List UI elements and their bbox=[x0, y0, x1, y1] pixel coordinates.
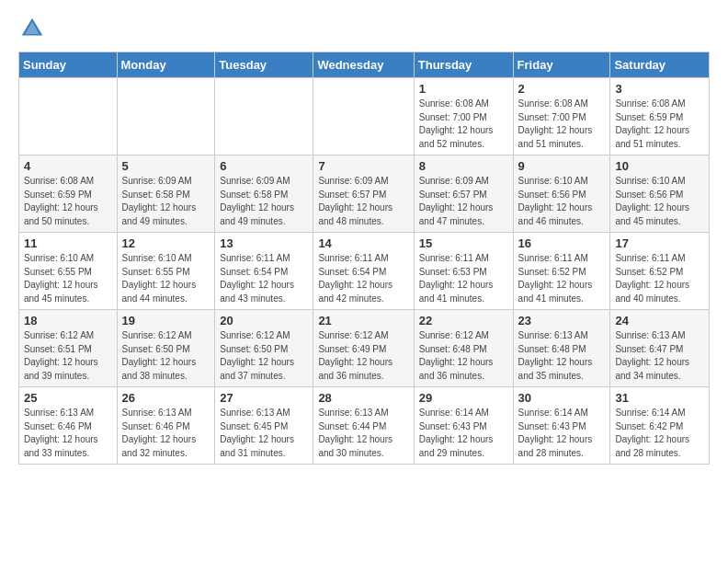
day-number: 2 bbox=[518, 82, 606, 96]
day-info: Sunrise: 6:12 AM Sunset: 6:49 PM Dayligh… bbox=[318, 329, 408, 383]
calendar-cell: 21Sunrise: 6:12 AM Sunset: 6:49 PM Dayli… bbox=[313, 310, 414, 387]
day-info: Sunrise: 6:14 AM Sunset: 6:43 PM Dayligh… bbox=[518, 407, 606, 460]
calendar-cell: 31Sunrise: 6:14 AM Sunset: 6:42 PM Dayli… bbox=[610, 387, 710, 465]
day-number: 31 bbox=[615, 391, 704, 405]
day-number: 7 bbox=[318, 159, 408, 173]
day-info: Sunrise: 6:11 AM Sunset: 6:53 PM Dayligh… bbox=[419, 252, 508, 305]
calendar-cell: 20Sunrise: 6:12 AM Sunset: 6:50 PM Dayli… bbox=[215, 310, 313, 387]
day-number: 8 bbox=[419, 159, 508, 173]
day-number: 23 bbox=[518, 314, 606, 327]
day-info: Sunrise: 6:13 AM Sunset: 6:45 PM Dayligh… bbox=[220, 407, 308, 460]
day-info: Sunrise: 6:13 AM Sunset: 6:44 PM Dayligh… bbox=[318, 407, 408, 460]
calendar-cell: 13Sunrise: 6:11 AM Sunset: 6:54 PM Dayli… bbox=[215, 233, 313, 310]
day-number: 24 bbox=[615, 314, 704, 327]
calendar-cell: 3Sunrise: 6:08 AM Sunset: 6:59 PM Daylig… bbox=[610, 78, 710, 155]
calendar-cell: 23Sunrise: 6:13 AM Sunset: 6:48 PM Dayli… bbox=[513, 310, 610, 387]
calendar-cell: 27Sunrise: 6:13 AM Sunset: 6:45 PM Dayli… bbox=[215, 387, 313, 465]
day-number: 14 bbox=[318, 236, 408, 250]
calendar-cell: 5Sunrise: 6:09 AM Sunset: 6:58 PM Daylig… bbox=[117, 155, 215, 233]
day-number: 20 bbox=[220, 314, 308, 327]
calendar-cell: 29Sunrise: 6:14 AM Sunset: 6:43 PM Dayli… bbox=[414, 387, 513, 465]
day-number: 6 bbox=[220, 159, 308, 173]
calendar-cell: 19Sunrise: 6:12 AM Sunset: 6:50 PM Dayli… bbox=[117, 310, 215, 387]
day-info: Sunrise: 6:09 AM Sunset: 6:57 PM Dayligh… bbox=[419, 175, 508, 228]
day-number: 18 bbox=[24, 314, 112, 327]
day-number: 28 bbox=[318, 391, 408, 405]
week-row-4: 18Sunrise: 6:12 AM Sunset: 6:51 PM Dayli… bbox=[19, 310, 710, 387]
day-info: Sunrise: 6:12 AM Sunset: 6:48 PM Dayligh… bbox=[419, 329, 508, 383]
column-header-tuesday: Tuesday bbox=[215, 52, 313, 78]
column-header-friday: Friday bbox=[513, 52, 610, 78]
day-info: Sunrise: 6:13 AM Sunset: 6:48 PM Dayligh… bbox=[518, 329, 606, 383]
day-number: 25 bbox=[24, 391, 112, 405]
day-info: Sunrise: 6:13 AM Sunset: 6:47 PM Dayligh… bbox=[615, 329, 704, 383]
column-header-saturday: Saturday bbox=[610, 52, 710, 78]
week-row-3: 11Sunrise: 6:10 AM Sunset: 6:55 PM Dayli… bbox=[19, 233, 710, 310]
day-info: Sunrise: 6:11 AM Sunset: 6:52 PM Dayligh… bbox=[615, 252, 704, 305]
day-info: Sunrise: 6:10 AM Sunset: 6:55 PM Dayligh… bbox=[24, 252, 112, 305]
day-info: Sunrise: 6:08 AM Sunset: 6:59 PM Dayligh… bbox=[615, 98, 704, 151]
calendar-header-row: SundayMondayTuesdayWednesdayThursdayFrid… bbox=[19, 52, 710, 78]
day-info: Sunrise: 6:08 AM Sunset: 7:00 PM Dayligh… bbox=[419, 98, 508, 151]
day-info: Sunrise: 6:11 AM Sunset: 6:52 PM Dayligh… bbox=[518, 252, 606, 305]
week-row-2: 4Sunrise: 6:08 AM Sunset: 6:59 PM Daylig… bbox=[19, 155, 710, 233]
day-number: 27 bbox=[220, 391, 308, 405]
day-info: Sunrise: 6:12 AM Sunset: 6:50 PM Dayligh… bbox=[220, 329, 308, 383]
calendar-cell: 17Sunrise: 6:11 AM Sunset: 6:52 PM Dayli… bbox=[610, 233, 710, 310]
day-info: Sunrise: 6:09 AM Sunset: 6:58 PM Dayligh… bbox=[220, 175, 308, 228]
day-info: Sunrise: 6:14 AM Sunset: 6:42 PM Dayligh… bbox=[615, 407, 704, 460]
day-info: Sunrise: 6:10 AM Sunset: 6:56 PM Dayligh… bbox=[518, 175, 606, 228]
logo-icon bbox=[18, 15, 46, 42]
calendar-cell: 4Sunrise: 6:08 AM Sunset: 6:59 PM Daylig… bbox=[19, 155, 118, 233]
week-row-1: 1Sunrise: 6:08 AM Sunset: 7:00 PM Daylig… bbox=[19, 78, 710, 155]
calendar-cell: 2Sunrise: 6:08 AM Sunset: 7:00 PM Daylig… bbox=[513, 78, 610, 155]
calendar-cell: 7Sunrise: 6:09 AM Sunset: 6:57 PM Daylig… bbox=[313, 155, 414, 233]
calendar-cell: 6Sunrise: 6:09 AM Sunset: 6:58 PM Daylig… bbox=[215, 155, 313, 233]
logo bbox=[18, 15, 50, 42]
calendar-cell: 22Sunrise: 6:12 AM Sunset: 6:48 PM Dayli… bbox=[414, 310, 513, 387]
day-info: Sunrise: 6:09 AM Sunset: 6:57 PM Dayligh… bbox=[318, 175, 408, 228]
day-number: 10 bbox=[615, 159, 704, 173]
day-number: 21 bbox=[318, 314, 408, 327]
day-number: 9 bbox=[518, 159, 606, 173]
day-number: 30 bbox=[518, 391, 606, 405]
calendar-cell: 28Sunrise: 6:13 AM Sunset: 6:44 PM Dayli… bbox=[313, 387, 414, 465]
day-number: 11 bbox=[24, 236, 112, 250]
day-number: 19 bbox=[122, 314, 210, 327]
calendar-cell: 10Sunrise: 6:10 AM Sunset: 6:56 PM Dayli… bbox=[610, 155, 710, 233]
week-row-5: 25Sunrise: 6:13 AM Sunset: 6:46 PM Dayli… bbox=[19, 387, 710, 465]
day-info: Sunrise: 6:11 AM Sunset: 6:54 PM Dayligh… bbox=[220, 252, 308, 305]
calendar-cell bbox=[215, 78, 313, 155]
day-number: 15 bbox=[419, 236, 508, 250]
calendar-cell: 24Sunrise: 6:13 AM Sunset: 6:47 PM Dayli… bbox=[610, 310, 710, 387]
calendar-cell: 1Sunrise: 6:08 AM Sunset: 7:00 PM Daylig… bbox=[414, 78, 513, 155]
page-header bbox=[18, 15, 710, 42]
calendar-cell: 16Sunrise: 6:11 AM Sunset: 6:52 PM Dayli… bbox=[513, 233, 610, 310]
calendar-table: SundayMondayTuesdayWednesdayThursdayFrid… bbox=[18, 52, 710, 465]
calendar-cell: 25Sunrise: 6:13 AM Sunset: 6:46 PM Dayli… bbox=[19, 387, 118, 465]
day-number: 22 bbox=[419, 314, 508, 327]
column-header-thursday: Thursday bbox=[414, 52, 513, 78]
day-info: Sunrise: 6:08 AM Sunset: 6:59 PM Dayligh… bbox=[24, 175, 112, 228]
day-info: Sunrise: 6:09 AM Sunset: 6:58 PM Dayligh… bbox=[122, 175, 210, 228]
calendar-cell: 18Sunrise: 6:12 AM Sunset: 6:51 PM Dayli… bbox=[19, 310, 118, 387]
column-header-wednesday: Wednesday bbox=[313, 52, 414, 78]
calendar-cell: 15Sunrise: 6:11 AM Sunset: 6:53 PM Dayli… bbox=[414, 233, 513, 310]
day-number: 26 bbox=[122, 391, 210, 405]
day-info: Sunrise: 6:10 AM Sunset: 6:56 PM Dayligh… bbox=[615, 175, 704, 228]
day-number: 3 bbox=[615, 82, 704, 96]
day-number: 17 bbox=[615, 236, 704, 250]
day-number: 12 bbox=[122, 236, 210, 250]
day-info: Sunrise: 6:08 AM Sunset: 7:00 PM Dayligh… bbox=[518, 98, 606, 151]
calendar-cell: 12Sunrise: 6:10 AM Sunset: 6:55 PM Dayli… bbox=[117, 233, 215, 310]
calendar-cell bbox=[19, 78, 118, 155]
day-number: 1 bbox=[419, 82, 508, 96]
day-info: Sunrise: 6:13 AM Sunset: 6:46 PM Dayligh… bbox=[122, 407, 210, 460]
calendar-cell bbox=[313, 78, 414, 155]
calendar-cell: 26Sunrise: 6:13 AM Sunset: 6:46 PM Dayli… bbox=[117, 387, 215, 465]
column-header-monday: Monday bbox=[117, 52, 215, 78]
day-number: 29 bbox=[419, 391, 508, 405]
day-info: Sunrise: 6:12 AM Sunset: 6:50 PM Dayligh… bbox=[122, 329, 210, 383]
day-info: Sunrise: 6:11 AM Sunset: 6:54 PM Dayligh… bbox=[318, 252, 408, 305]
calendar-cell bbox=[117, 78, 215, 155]
